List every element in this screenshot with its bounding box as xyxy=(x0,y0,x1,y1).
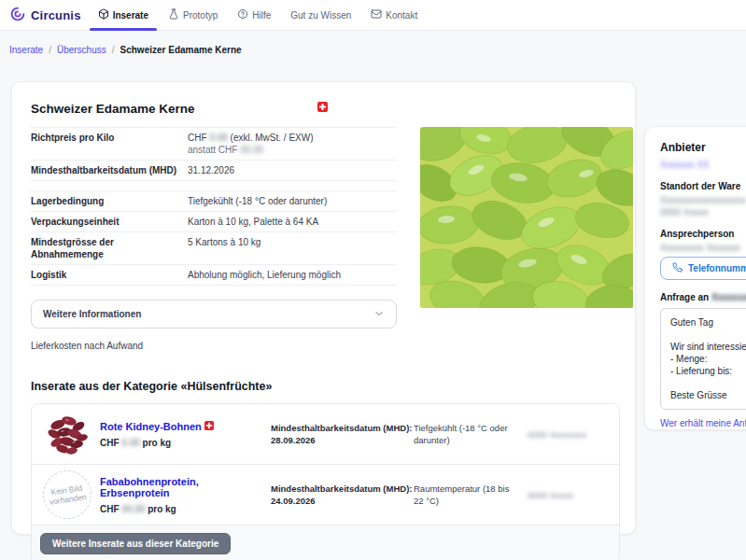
request-label: Anfrage an xyxy=(660,292,709,302)
detail-label: Logistik xyxy=(31,269,188,281)
nav-label: Hilfe xyxy=(252,10,271,21)
no-image-placeholder: Kein Bild vorhanden xyxy=(40,468,95,523)
chevron-down-icon xyxy=(373,308,385,321)
location-heading: Standort der Ware xyxy=(660,181,746,191)
message-line: Wir sind interessiert an xyxy=(670,341,746,353)
page-title: Schweizer Edamame Kerne xyxy=(31,102,195,116)
detail-row-logistik: Logistik Abholung möglich, Lieferung mög… xyxy=(31,264,397,285)
message-line: - Menge: xyxy=(670,353,746,365)
category-footer: Weitere Inserate aus dieser Kategorie xyxy=(32,525,619,560)
listing-detail-card: Schweizer Edamame Kerne Richtpreis pro K… xyxy=(11,81,636,535)
nav-item-kontakt[interactable]: Kontakt xyxy=(369,0,419,30)
show-phone-button[interactable]: Telefonnummer anzeigen xyxy=(660,257,746,280)
nav-item-inserate[interactable]: Inserate xyxy=(96,0,150,30)
listing-storage-condition: Raumtemperatur (18 bis 22 °C) xyxy=(414,483,528,507)
who-receives-request-link[interactable]: Wer erhält meine Anfrage? xyxy=(660,418,746,428)
detail-row-verpackungseinheit: Verpackungseinheit Karton à 10 kg, Palet… xyxy=(31,211,397,231)
detail-value: Karton à 10 kg, Palette à 64 KA xyxy=(188,216,397,228)
more-info-accordion[interactable]: Weitere Informationen xyxy=(31,300,397,329)
detail-label: Richtpreis pro Kilo xyxy=(31,132,188,156)
listing-row-fababohnenprotein: Kein Bild vorhanden Fababohnenprotein, E… xyxy=(32,465,619,525)
mhd-value: 28.09.2026 xyxy=(271,434,414,446)
kidney-beans-thumbnail[interactable] xyxy=(43,410,91,458)
contact-name-redacted: Xxxxxxxxx Xxxxxxx xyxy=(660,243,740,253)
mhd-label: Mindesthaltbarkeitsdatum (MHD): xyxy=(271,483,414,495)
detail-value: Tiefgekühlt (-18 °C oder darunter) xyxy=(188,195,397,207)
listing-location-redacted: 0000 Xxxxxxxx xyxy=(528,429,608,440)
listing-row-kidney-bohnen: Rote Kidney-Bohnen CHF 0.00 pro kg Minde… xyxy=(32,404,619,465)
nav-label: Prototyp xyxy=(183,10,218,21)
nav-label: Inserate xyxy=(113,10,148,21)
listing-link-kidney-bohnen[interactable]: Rote Kidney-Bohnen xyxy=(100,421,202,432)
mail-icon xyxy=(371,8,382,21)
price-prefix: CHF xyxy=(100,504,120,514)
nav-label: Gut zu Wissen xyxy=(290,10,351,21)
supplier-company-link-redacted[interactable]: Xxxxxxx XX xyxy=(660,160,710,170)
nav-item-prototyp[interactable]: Prototyp xyxy=(166,0,219,30)
main-nav: Inserate Prototyp Hilfe Gut zu Wissen xyxy=(96,0,420,30)
listing-location-redacted: 0000 Xxxxx xyxy=(528,490,608,500)
listing-storage-condition: Tiefgekühlt (-18 °C oder darunter) xyxy=(414,422,528,446)
inquiry-message-textarea[interactable]: Guten Tag Wir sind interessiert an - Men… xyxy=(660,308,746,410)
mhd-label: Mindesthaltbarkeitsdatum (MHD): xyxy=(271,422,414,434)
brand-name: Circunis xyxy=(31,8,81,22)
listing-price: CHF 00.00 pro kg xyxy=(100,504,271,514)
location-redacted-text: 0000 Xxxxx xyxy=(528,490,573,500)
detail-value: Abholung möglich, Lieferung möglich xyxy=(188,269,397,281)
product-details-table: Richtpreis pro Kilo CHF 0.00 (exkl. MwSt… xyxy=(31,127,397,286)
package-icon xyxy=(98,8,109,21)
top-nav: Circunis Inserate Prototyp xyxy=(0,0,746,31)
breadcrumb-link-inserate[interactable]: Inserate xyxy=(9,45,43,55)
no-image-text: Kein Bild vorhanden xyxy=(47,483,88,507)
message-line xyxy=(670,329,746,341)
nav-item-hilfe[interactable]: Hilfe xyxy=(235,0,273,30)
nav-item-gut-zu-wissen[interactable]: Gut zu Wissen xyxy=(289,0,353,30)
detail-label: Mindestgrösse der Abnahmemenge xyxy=(31,236,188,260)
breadcrumb-link-ueberschuss[interactable]: Überschuss xyxy=(57,45,106,55)
detail-row-mindestgroesse: Mindestgrösse der Abnahmemenge 5 Kartons… xyxy=(31,231,397,264)
breadcrumb-separator: / xyxy=(112,45,115,55)
listing-info: Fababohnenprotein, Erbsenprotein CHF 00.… xyxy=(100,476,271,514)
address-line-redacted: Xxxxxxxxxxxxxxxxxx 000 xyxy=(660,195,746,205)
supplier-panel: Anbieter Xxxxxxx XX Standort der Ware Xx… xyxy=(644,126,746,430)
breadcrumb-current: Schweizer Edamame Kerne xyxy=(120,45,242,55)
circunis-spiral-icon xyxy=(9,6,26,24)
breadcrumb-separator: / xyxy=(49,45,51,55)
accordion-label: Weitere Informationen xyxy=(43,309,141,319)
message-line: Beste Grüsse xyxy=(670,389,746,401)
price-suffix: pro kg xyxy=(148,504,176,514)
breadcrumb: Inserate / Überschuss / Schweizer Edamam… xyxy=(9,45,242,55)
price-redacted: 0.00 xyxy=(121,438,139,448)
price-suffix: pro kg xyxy=(143,438,172,448)
address-line-redacted: 0000 Xxxxx xyxy=(660,207,709,217)
detail-row-mhd: Mindesthaltbarkeitsdatum (MHD) 31.12.202… xyxy=(31,160,397,180)
price-original-prefix: anstatt CHF xyxy=(188,145,237,155)
brand-logo[interactable]: Circunis xyxy=(9,6,81,24)
detail-value: CHF 0.00 (exkl. MwSt. / EXW) anstatt CHF… xyxy=(188,132,397,156)
delivery-cost-note: Lieferkosten nach Aufwand xyxy=(31,341,616,351)
detail-row-lagerbedingung: Lagerbedingung Tiefgekühlt (-18 °C oder … xyxy=(31,190,397,211)
price-original-redacted: 00.00 xyxy=(240,145,263,155)
listing-mhd: Mindesthaltbarkeitsdatum (MHD): 28.09.20… xyxy=(271,422,414,446)
price-prefix: CHF xyxy=(188,133,207,143)
request-to-line: Anfrage an Xxxxxxxxx X xyxy=(660,292,746,302)
help-circle-icon xyxy=(237,8,248,21)
price-value-redacted: 0.00 xyxy=(209,133,227,143)
detail-row-spacer xyxy=(31,180,397,190)
swiss-flag-icon xyxy=(317,102,328,114)
detail-value: 5 Kartons à 10 kg xyxy=(188,236,397,260)
nav-label: Kontakt xyxy=(386,10,417,21)
detail-label: Mindesthaltbarkeitsdatum (MHD) xyxy=(31,164,188,176)
supplier-heading: Anbieter xyxy=(660,141,746,154)
price-redacted: 00.00 xyxy=(121,504,145,514)
swiss-flag-icon xyxy=(204,422,214,432)
request-name-redacted: Xxxxxxxxx X xyxy=(711,292,746,302)
mhd-value: 24.09.2026 xyxy=(271,495,414,507)
product-photo-edamame xyxy=(420,127,633,308)
price-prefix: CHF xyxy=(100,438,120,448)
detail-label: Lagerbedingung xyxy=(31,195,188,207)
category-heading: Inserate aus der Kategorie «Hülsenfrücht… xyxy=(31,380,616,393)
category-listings: Rote Kidney-Bohnen CHF 0.00 pro kg Minde… xyxy=(31,403,620,560)
listing-link-fababohnenprotein[interactable]: Fababohnenprotein, Erbsenprotein xyxy=(100,476,271,498)
more-listings-button[interactable]: Weitere Inserate aus dieser Kategorie xyxy=(40,533,231,554)
